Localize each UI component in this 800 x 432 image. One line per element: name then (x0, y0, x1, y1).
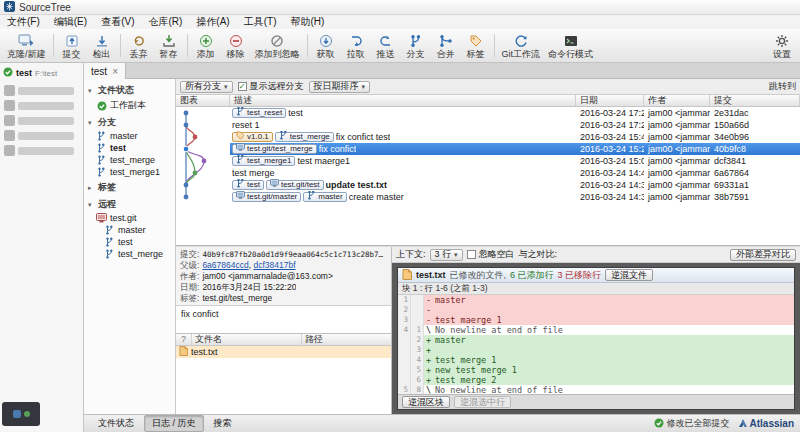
sidebar-section-1[interactable]: ▾分支 (84, 113, 175, 130)
ignore-whitespace-checkbox[interactable]: 忽略空白 (467, 248, 515, 261)
commit-row-5[interactable]: test_merge1test maerge12016-03-24 15:02j… (176, 155, 800, 167)
ref-label-v1.0.1[interactable]: v1.0.1 (232, 132, 273, 142)
branch-icon (279, 131, 288, 143)
reverse-file-button[interactable]: 逆混文件 (605, 269, 653, 281)
bookmark-test[interactable]: test F:\test (0, 63, 83, 83)
ref-label-test[interactable]: test (232, 180, 264, 190)
toolbar-settings-button[interactable]: 设置 (767, 30, 797, 61)
diff-line-1[interactable]: 1-master (398, 295, 794, 305)
diff-line-8[interactable]: 5+new test merge 1 (398, 365, 794, 375)
column-header-commit[interactable]: 提交 (710, 95, 800, 106)
toolbar-push-button[interactable]: 推送 (371, 30, 401, 61)
toolbar-stage-button[interactable]: 暂存 (154, 30, 184, 61)
parent-commit-link[interactable]: dcf38417bf (253, 260, 295, 270)
sidebar-section-3[interactable]: ▾远程 (84, 195, 175, 212)
column-header-desc[interactable]: 描述 (230, 95, 576, 106)
sidebar-section-2[interactable]: ▸标签 (84, 178, 175, 195)
sidebar-item-test_merge[interactable]: test_merge (84, 248, 175, 260)
diff-sign: + (424, 365, 433, 375)
toolbar-merge-button[interactable]: 合并 (431, 30, 461, 61)
commit-row-6[interactable]: test merge2016-03-24 14:48jam00 <jammarn… (176, 167, 800, 179)
ref-label-test_reset[interactable]: test_reset (232, 108, 286, 118)
sort-order-dropdown[interactable]: 按日期排序▾ (309, 81, 371, 93)
diff-line-2[interactable]: 2- (398, 305, 794, 315)
ref-label-test.git/test[interactable]: test.git/test (266, 180, 324, 190)
ref-label-master[interactable]: master (303, 192, 346, 202)
ref-label-test.git/test_merge[interactable]: test.git/test_merge (232, 144, 317, 154)
bookmark-redacted[interactable] (0, 128, 83, 143)
show-remote-checkbox[interactable]: ✓显示远程分支 (238, 80, 304, 93)
menu-tools[interactable]: 工具(T) (237, 15, 284, 29)
menu-view[interactable]: 查看(V) (94, 15, 141, 29)
sidebar-item-master[interactable]: master (84, 130, 175, 142)
commit-row-4[interactable]: test.git/test_mergefix confict2016-03-24… (176, 143, 800, 155)
branch-icon (104, 237, 115, 247)
repo-tab-test[interactable]: test × (84, 63, 126, 79)
file-path-column[interactable]: 路径 (302, 334, 391, 345)
sidebar-item-test_merge1[interactable]: test_merge1 (84, 166, 175, 178)
commit-row-2[interactable]: reset 12016-03-24 17:24jam00 <jammarn150… (176, 119, 800, 131)
toolbar-tag-button[interactable]: 标签 (461, 30, 491, 61)
file-status-column[interactable]: ? (176, 334, 192, 345)
menu-repository[interactable]: 仓库(R) (141, 15, 189, 29)
detail-labels: 标签:test.git/test_merge (180, 293, 387, 304)
toolbar-remove-button[interactable]: 移除 (221, 30, 251, 61)
column-header-date[interactable]: 日期 (576, 95, 644, 106)
statusbar-tab-file-status[interactable]: 文件状态 (90, 415, 142, 432)
diff-line-5[interactable]: 2+master (398, 335, 794, 345)
diff-line-9[interactable]: 6+test merge 2 (398, 375, 794, 385)
sidebar-item-test.git[interactable]: test.git (84, 212, 175, 224)
toolbar-gitflow-button[interactable]: Git工作流 (498, 30, 545, 61)
reverse-hunk-button[interactable]: 逆混区块 (402, 396, 450, 408)
context-lines-dropdown[interactable]: 3 行▾ (430, 249, 463, 261)
branch-filter-dropdown[interactable]: 所有分支▾ (180, 81, 233, 93)
column-header-graph[interactable]: 图表 (176, 95, 230, 106)
diff-line-10[interactable]: 58\No newline at end of file (398, 385, 794, 394)
commit-row-7[interactable]: testtest.git/testupdate test.txt2016-03-… (176, 179, 800, 191)
menu-actions[interactable]: 操作(A) (189, 15, 236, 29)
commit-row-3[interactable]: v1.0.1test_mergefix confict test2016-03-… (176, 131, 800, 143)
toolbar-discard-button[interactable]: 丢弃 (124, 30, 154, 61)
bookmark-redacted[interactable] (0, 143, 83, 158)
menu-help[interactable]: 帮助(H) (283, 15, 331, 29)
diff-line-4[interactable]: 41\No newline at end of file (398, 325, 794, 335)
commit-row-1[interactable]: test_resettest2016-03-24 17:26jam00 <jam… (176, 107, 800, 119)
ref-label-test_merge1[interactable]: test_merge1 (232, 156, 295, 166)
toolbar-terminal-button[interactable]: 命令行模式 (544, 30, 597, 61)
parent-commit-link[interactable]: 6a67864ccd (202, 260, 248, 270)
sidebar-item-master[interactable]: master (84, 224, 175, 236)
diff-line-7[interactable]: 4+test merge 1 (398, 355, 794, 365)
menu-edit[interactable]: 编辑(E) (47, 15, 94, 29)
bookmark-redacted[interactable] (0, 113, 83, 128)
diff-line-6[interactable]: 3+ (398, 345, 794, 355)
sidebar-item-工作副本[interactable]: 工作副本 (84, 98, 175, 113)
tab-close-icon[interactable]: × (112, 66, 118, 77)
column-header-author[interactable]: 作者 (644, 95, 710, 106)
toolbar-add-ignore-button[interactable]: 添加到忽略 (251, 30, 304, 61)
sidebar-item-test[interactable]: test (84, 142, 175, 154)
diff-line-3[interactable]: 3-test maerge 1 (398, 315, 794, 325)
toolbar-add-button[interactable]: 添加 (191, 30, 221, 61)
toolbar-checkout-button[interactable]: 检出 (87, 30, 117, 61)
ref-label-test.git/master[interactable]: test.git/master (232, 192, 301, 202)
sidebar-section-0[interactable]: ▾文件状态 (84, 81, 175, 98)
toolbar-fetch-button[interactable]: 获取 (311, 30, 341, 61)
file-name-column[interactable]: 文件名 (192, 334, 302, 345)
statusbar-tab-log-history[interactable]: 日志 / 历史 (144, 415, 204, 432)
ref-label-text: test.git/test (281, 179, 320, 191)
commit-row-8[interactable]: test.git/mastermastercreate master2016-0… (176, 191, 800, 203)
toolbar-branch-button[interactable]: 分支 (401, 30, 431, 61)
reverse-lines-button[interactable]: 逆混选中行 (454, 396, 511, 408)
menu-file[interactable]: 文件(F) (0, 15, 47, 29)
file-row-test.txt[interactable]: test.txt (176, 346, 391, 358)
external-diff-button[interactable]: 外部差异对比 (730, 249, 796, 261)
toolbar-pull-button[interactable]: 拉取 (341, 30, 371, 61)
bookmark-redacted[interactable] (0, 83, 83, 98)
toolbar-commit-button[interactable]: 提交 (57, 30, 87, 61)
ref-label-test_merge[interactable]: test_merge (275, 132, 334, 142)
toolbar-clone-new-button[interactable]: 克隆/新建 (3, 30, 50, 61)
bookmark-redacted[interactable] (0, 98, 83, 113)
statusbar-tab-search[interactable]: 搜索 (206, 415, 240, 432)
sidebar-item-test[interactable]: test (84, 236, 175, 248)
sidebar-item-test_merge[interactable]: test_merge (84, 154, 175, 166)
